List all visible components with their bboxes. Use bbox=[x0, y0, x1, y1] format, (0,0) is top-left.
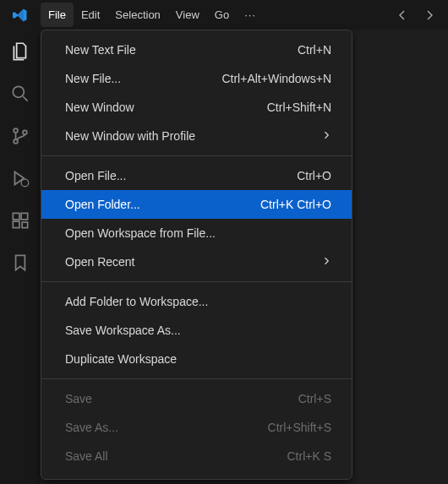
menu-item-shortcut: Ctrl+O bbox=[297, 169, 331, 182]
arrow-left-icon bbox=[396, 8, 409, 22]
vscode-logo-icon bbox=[13, 8, 28, 23]
menu-item-open-folder[interactable]: Open Folder... Ctrl+K Ctrl+O bbox=[41, 190, 352, 219]
menu-more[interactable]: ··· bbox=[237, 3, 264, 27]
activity-source-control[interactable] bbox=[8, 124, 32, 148]
menu-item-label: Save As... bbox=[65, 421, 118, 434]
menu-item-shortcut: Ctrl+Shift+S bbox=[268, 421, 331, 434]
search-icon bbox=[9, 83, 31, 105]
menu-item-save-all[interactable]: Save All Ctrl+K S bbox=[41, 442, 352, 470]
menu-item-label: Duplicate Workspace bbox=[65, 352, 177, 366]
activity-extensions[interactable] bbox=[8, 209, 32, 232]
menu-item-add-folder[interactable]: Add Folder to Workspace... bbox=[41, 287, 352, 316]
arrow-right-icon bbox=[423, 8, 436, 22]
nav-back-button[interactable] bbox=[392, 5, 412, 25]
menu-item-label: New Text File bbox=[65, 43, 136, 57]
menu-item-shortcut: Ctrl+K Ctrl+O bbox=[260, 198, 331, 211]
submenu-chevron bbox=[321, 129, 331, 143]
menu-view[interactable]: View bbox=[168, 3, 207, 27]
chevron-right-icon bbox=[321, 256, 331, 266]
menu-separator bbox=[41, 281, 352, 282]
menu-selection[interactable]: Selection bbox=[107, 3, 167, 27]
bookmark-icon bbox=[9, 252, 31, 274]
menu-item-shortcut: Ctrl+K S bbox=[287, 449, 331, 463]
menu-separator bbox=[41, 378, 352, 379]
menu-item-shortcut: Ctrl+S bbox=[298, 392, 331, 405]
files-icon bbox=[9, 41, 31, 63]
menu-separator bbox=[41, 155, 352, 156]
app-logo bbox=[0, 8, 41, 23]
file-menu-dropdown: New Text File Ctrl+N New File... Ctrl+Al… bbox=[41, 30, 352, 480]
svg-point-2 bbox=[14, 139, 18, 144]
nav-arrows bbox=[392, 5, 448, 25]
menu-item-open-recent[interactable]: Open Recent bbox=[41, 247, 352, 276]
menu-item-label: Open File... bbox=[65, 169, 126, 182]
menu-item-duplicate-workspace[interactable]: Duplicate Workspace bbox=[41, 345, 352, 373]
menu-file[interactable]: File bbox=[41, 3, 74, 27]
menu-item-new-file[interactable]: New File... Ctrl+Alt+Windows+N bbox=[41, 64, 352, 93]
menu-item-shortcut: Ctrl+Shift+N bbox=[267, 101, 331, 114]
menu-item-label: Save Workspace As... bbox=[65, 324, 181, 337]
menu-item-open-workspace[interactable]: Open Workspace from File... bbox=[41, 219, 352, 247]
menu-item-shortcut: Ctrl+Alt+Windows+N bbox=[221, 72, 331, 85]
menu-item-label: New Window with Profile bbox=[65, 129, 195, 143]
menu-item-new-text-file[interactable]: New Text File Ctrl+N bbox=[41, 35, 352, 64]
menu-edit[interactable]: Edit bbox=[74, 3, 107, 27]
title-bar: File Edit Selection View Go ··· bbox=[0, 0, 448, 30]
submenu-chevron bbox=[321, 255, 331, 269]
menu-item-new-window[interactable]: New Window Ctrl+Shift+N bbox=[41, 93, 352, 122]
menu-item-label: Save All bbox=[65, 449, 108, 463]
activity-bar bbox=[0, 30, 41, 484]
activity-explorer[interactable] bbox=[8, 40, 32, 63]
menu-item-save-as[interactable]: Save As... Ctrl+Shift+S bbox=[41, 413, 352, 442]
menu-bar: File Edit Selection View Go ··· bbox=[41, 3, 264, 27]
menu-item-label: Save bbox=[65, 392, 92, 405]
nav-forward-button[interactable] bbox=[419, 5, 440, 25]
activity-run-debug[interactable] bbox=[8, 166, 32, 190]
svg-point-0 bbox=[13, 86, 24, 97]
svg-point-4 bbox=[21, 179, 29, 187]
menu-item-new-window-profile[interactable]: New Window with Profile bbox=[41, 122, 352, 150]
menu-go[interactable]: Go bbox=[207, 3, 237, 27]
menu-item-label: New Window bbox=[65, 101, 134, 114]
menu-more-label: ··· bbox=[244, 8, 256, 21]
menu-item-open-file[interactable]: Open File... Ctrl+O bbox=[41, 161, 352, 190]
menu-file-label: File bbox=[48, 8, 66, 21]
menu-item-label: Add Folder to Workspace... bbox=[65, 295, 208, 308]
extensions-icon bbox=[9, 209, 31, 231]
menu-edit-label: Edit bbox=[81, 8, 100, 21]
svg-point-3 bbox=[23, 130, 27, 134]
git-branch-icon bbox=[9, 125, 31, 147]
svg-point-1 bbox=[14, 128, 18, 133]
menu-item-label: Open Recent bbox=[65, 255, 135, 269]
activity-search[interactable] bbox=[8, 82, 32, 106]
menu-item-label: Open Folder... bbox=[65, 198, 140, 211]
menu-item-save[interactable]: Save Ctrl+S bbox=[41, 384, 352, 413]
chevron-right-icon bbox=[321, 130, 331, 140]
menu-selection-label: Selection bbox=[115, 8, 160, 21]
menu-item-shortcut: Ctrl+N bbox=[298, 43, 331, 57]
menu-go-label: Go bbox=[215, 8, 229, 21]
play-bug-icon bbox=[9, 167, 31, 189]
menu-view-label: View bbox=[176, 8, 199, 21]
menu-item-label: New File... bbox=[65, 72, 121, 85]
activity-bookmarks[interactable] bbox=[8, 251, 32, 275]
menu-item-save-workspace-as[interactable]: Save Workspace As... bbox=[41, 316, 352, 345]
menu-item-label: Open Workspace from File... bbox=[65, 226, 216, 240]
